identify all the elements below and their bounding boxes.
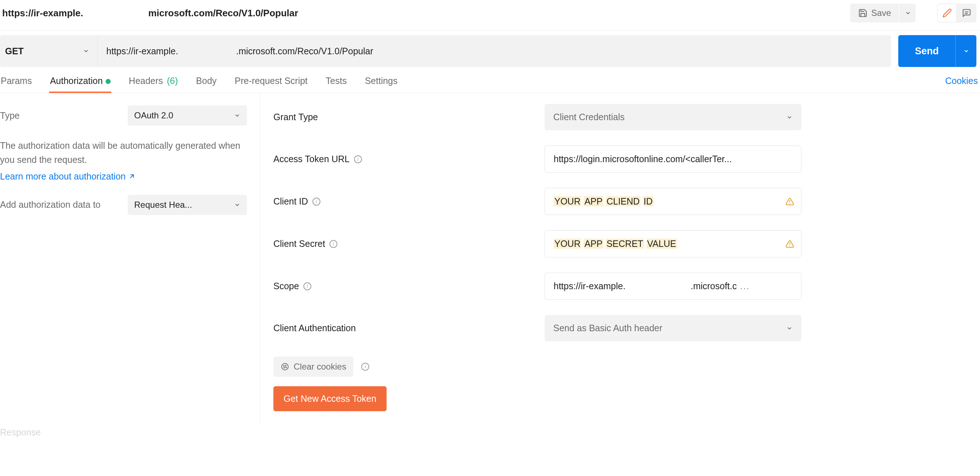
comment-button[interactable] xyxy=(957,4,976,22)
clear-cookies-label: Clear cookies xyxy=(294,362,346,372)
send-dropdown-button[interactable] xyxy=(955,35,976,67)
headers-count: (6) xyxy=(167,76,178,86)
save-dropdown-button[interactable] xyxy=(900,4,916,22)
clear-cookies-button[interactable]: Clear cookies xyxy=(274,356,353,377)
svg-point-8 xyxy=(283,366,284,366)
request-url-part1: https://ir-example. xyxy=(106,46,178,56)
tab-headers[interactable]: Headers (6) xyxy=(128,76,179,93)
scope-label: Scope i xyxy=(274,281,545,291)
request-url-part2: .microsoft.com/Reco/V1.0/Popular xyxy=(236,46,373,56)
client-authentication-label: Client Authentication xyxy=(274,323,545,333)
warning-icon xyxy=(786,197,794,206)
request-title-part2: microsoft.com/Reco/V1.0/Popular xyxy=(148,8,298,18)
tab-settings[interactable]: Settings xyxy=(364,76,398,93)
access-token-url-label: Access Token URL i xyxy=(274,154,545,165)
client-secret-label: Client Secret i xyxy=(274,238,545,249)
learn-more-link[interactable]: Learn more about authorization xyxy=(0,171,135,182)
save-button[interactable]: Save xyxy=(850,4,899,22)
status-dot-icon xyxy=(106,79,111,84)
chevron-down-icon xyxy=(83,48,89,54)
send-button-label: Send xyxy=(915,46,939,56)
send-button-group: Send xyxy=(898,35,976,67)
auth-help-text: The authorization data will be automatic… xyxy=(0,139,247,167)
grant-type-label: Grant Type xyxy=(274,112,545,122)
authorization-panel: Type OAuth 2.0 The authorization data wi… xyxy=(0,93,980,422)
tabs-row: Params Authorization Headers (6) Body Pr… xyxy=(0,67,980,93)
response-section-label: Response xyxy=(0,422,980,438)
cookies-link[interactable]: Cookies xyxy=(945,76,980,93)
info-icon[interactable]: i xyxy=(304,282,311,290)
request-title-part1: https://ir-example. xyxy=(2,8,83,18)
auth-type-select[interactable]: OAuth 2.0 xyxy=(128,105,247,126)
scope-input[interactable]: https://ir-example..microsoft.c ... xyxy=(545,273,801,300)
tab-tests[interactable]: Tests xyxy=(325,76,347,93)
chevron-down-icon xyxy=(234,112,240,119)
edit-button[interactable] xyxy=(937,4,957,22)
info-icon[interactable]: i xyxy=(354,155,362,163)
top-bar: https://ir-example.microsoft.com/Reco/V1… xyxy=(0,0,980,31)
add-auth-to-select[interactable]: Request Hea... xyxy=(128,195,247,215)
get-new-access-token-button[interactable]: Get New Access Token xyxy=(274,386,387,411)
add-auth-to-value: Request Hea... xyxy=(134,200,192,210)
auth-config-form: Grant Type Client Credentials Access Tok… xyxy=(260,93,980,422)
external-link-icon xyxy=(128,173,135,180)
save-icon xyxy=(858,8,867,18)
grant-type-value: Client Credentials xyxy=(553,112,625,122)
grant-type-select[interactable]: Client Credentials xyxy=(545,104,801,130)
svg-point-11 xyxy=(286,367,286,368)
chevron-down-icon xyxy=(786,325,793,332)
request-tabs: Params Authorization Headers (6) Body Pr… xyxy=(0,76,945,93)
request-url-input[interactable]: https://ir-example..microsoft.com/Reco/V… xyxy=(98,35,891,67)
svg-line-2 xyxy=(130,175,134,178)
add-auth-to-label: Add authorization data to xyxy=(0,198,100,212)
clear-cookies-row: Clear cookies i xyxy=(274,356,967,377)
access-token-url-input[interactable]: https://login.microsoftonline.com/<calle… xyxy=(545,145,801,173)
client-id-label: Client ID i xyxy=(274,196,545,207)
comment-icon xyxy=(962,8,971,18)
tab-params[interactable]: Params xyxy=(0,76,33,93)
toolbar-right: Save xyxy=(850,4,980,22)
tab-prerequest-script[interactable]: Pre-request Script xyxy=(234,76,308,93)
warning-icon xyxy=(786,240,794,248)
info-icon[interactable]: i xyxy=(329,240,337,248)
info-icon[interactable]: i xyxy=(312,198,320,206)
auth-type-value: OAuth 2.0 xyxy=(134,110,173,121)
cookie-icon xyxy=(281,363,289,371)
client-authentication-select[interactable]: Send as Basic Auth header xyxy=(545,315,801,341)
info-icon[interactable]: i xyxy=(361,363,369,371)
client-id-input[interactable]: YOUR APP CLIEND ID xyxy=(545,188,801,215)
save-button-label: Save xyxy=(871,8,891,18)
auth-left-pane: Type OAuth 2.0 The authorization data wi… xyxy=(0,93,260,422)
tab-authorization[interactable]: Authorization xyxy=(49,76,111,93)
svg-point-9 xyxy=(285,365,286,366)
http-method-select[interactable]: GET xyxy=(0,35,98,67)
request-title: https://ir-example.microsoft.com/Reco/V1… xyxy=(0,8,850,19)
send-button[interactable]: Send xyxy=(898,35,955,67)
client-authentication-value: Send as Basic Auth header xyxy=(553,323,662,333)
http-method-value: GET xyxy=(5,46,24,56)
tab-body[interactable]: Body xyxy=(195,76,217,93)
auth-type-label: Type xyxy=(0,110,19,121)
svg-point-7 xyxy=(282,363,288,370)
request-row: GET https://ir-example..microsoft.com/Re… xyxy=(0,35,980,67)
svg-point-10 xyxy=(284,367,285,368)
chevron-down-icon xyxy=(234,201,240,208)
chevron-down-icon xyxy=(786,114,793,121)
pencil-icon xyxy=(942,8,952,18)
client-secret-input[interactable]: YOUR APP SECRET VALUE xyxy=(545,230,801,257)
